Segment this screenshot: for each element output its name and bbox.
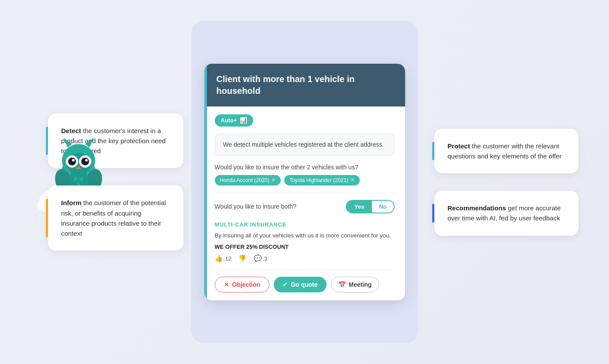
question-section: Would you like to insure the other 2 veh… — [215, 164, 395, 193]
objection-x-icon: ✕ — [224, 281, 229, 288]
svg-point-14 — [85, 159, 88, 161]
comment-count: 3 — [264, 255, 267, 262]
protect-card: Protect the customer with the relevant q… — [434, 129, 578, 174]
svg-point-11 — [68, 158, 76, 165]
yes-button[interactable]: Yes — [347, 201, 372, 213]
scene: Detect the customer's interest in a prod… — [0, 0, 609, 364]
offer-discount: WE OFFER 25% DISCOUNT — [215, 244, 395, 250]
thumbs-down-item[interactable]: 👎 — [238, 254, 247, 262]
vehicle-1-label: Honda Accord (2020) — [220, 177, 269, 183]
action-buttons: ✕ Objection ✓ Go quote 📅 Meeting — [215, 277, 395, 292]
recommendations-bold: Recommendations — [447, 204, 506, 212]
offer-title: MULTI-CAR INSURANCE — [215, 221, 395, 228]
comment-icon: 💬 — [254, 254, 262, 262]
card-body: Auto+ 📊 We detect multiple vehicles regi… — [204, 106, 405, 300]
meeting-calendar-icon: 📅 — [338, 281, 346, 288]
vehicle-tags: Honda Accord (2020) ✕ Toyota Highlander … — [215, 175, 395, 185]
auto-plus-tag[interactable]: Auto+ 📊 — [215, 114, 253, 127]
inform-bold: Inform — [61, 199, 82, 206]
objection-button[interactable]: ✕ Objection — [215, 277, 270, 292]
meeting-label: Meeting — [349, 281, 372, 288]
inform-text: Inform the customer of the potential ris… — [61, 198, 170, 238]
yes-no-toggle: Yes No — [346, 200, 395, 213]
objection-label: Objection — [232, 281, 261, 288]
protect-bold: Protect — [447, 142, 470, 150]
no-button[interactable]: No — [372, 201, 393, 213]
thumbs-up-icon: 👍 — [215, 254, 223, 262]
bar-chart-icon: 📊 — [240, 117, 247, 124]
svg-point-13 — [72, 159, 75, 161]
svg-point-20 — [80, 177, 83, 181]
go-quote-check-icon: ✓ — [282, 281, 288, 288]
comment-item[interactable]: 💬 3 — [254, 254, 267, 262]
recommendations-text: Recommendations get more accurate over t… — [447, 203, 565, 223]
feedback-row: 👍 12 👎 💬 3 — [215, 254, 395, 262]
yes-no-row: Would you like to insure both? Yes No — [215, 200, 395, 213]
svg-point-12 — [81, 158, 89, 165]
meeting-button[interactable]: 📅 Meeting — [331, 277, 379, 292]
protect-text: Protect the customer with the relevant q… — [447, 141, 565, 161]
right-cards: Protect the customer with the relevant q… — [434, 0, 583, 364]
insure-both-label: Would you like to insure both? — [215, 203, 296, 210]
vehicle-2-remove-icon[interactable]: ✕ — [351, 177, 354, 183]
vehicle-2-label: Toyota Highlander (2021) — [289, 177, 348, 183]
go-quote-label: Go quote — [291, 281, 317, 288]
vehicle-1-remove-icon[interactable]: ✕ — [272, 177, 275, 183]
question-text: Would you like to insure the other 2 veh… — [215, 164, 395, 171]
thumbs-up-item[interactable]: 👍 12 — [215, 254, 231, 262]
go-quote-button[interactable]: ✓ Go quote — [274, 277, 326, 292]
thumbs-down-icon: 👎 — [238, 254, 247, 262]
tag-row: Auto+ 📊 — [215, 114, 395, 127]
auto-plus-label: Auto+ — [221, 117, 237, 124]
inform-card: Inform the customer of the potential ris… — [48, 185, 183, 251]
center-card: Client with more than 1 vehicle in house… — [204, 64, 405, 300]
offer-section: MULTI-CAR INSURANCE By insuring all of y… — [215, 221, 395, 270]
detect-box: We detect multiple vehicles registered a… — [215, 134, 395, 156]
card-header-title: Client with more than 1 vehicle in house… — [217, 73, 393, 97]
vehicle-tag-2[interactable]: Toyota Highlander (2021) ✕ — [284, 175, 360, 185]
offer-description: By insuring all of your vehicles with us… — [215, 231, 395, 240]
detect-message: We detect multiple vehicles registered a… — [223, 141, 384, 148]
svg-point-19 — [74, 177, 77, 181]
recommendations-card: Recommendations get more accurate over t… — [434, 191, 578, 236]
vehicle-tag-1[interactable]: Honda Accord (2020) ✕ — [215, 175, 281, 185]
thumbs-up-count: 12 — [225, 255, 231, 262]
left-cards: Detect the customer's interest in a prod… — [35, 0, 183, 364]
card-header: Client with more than 1 vehicle in house… — [204, 64, 405, 106]
